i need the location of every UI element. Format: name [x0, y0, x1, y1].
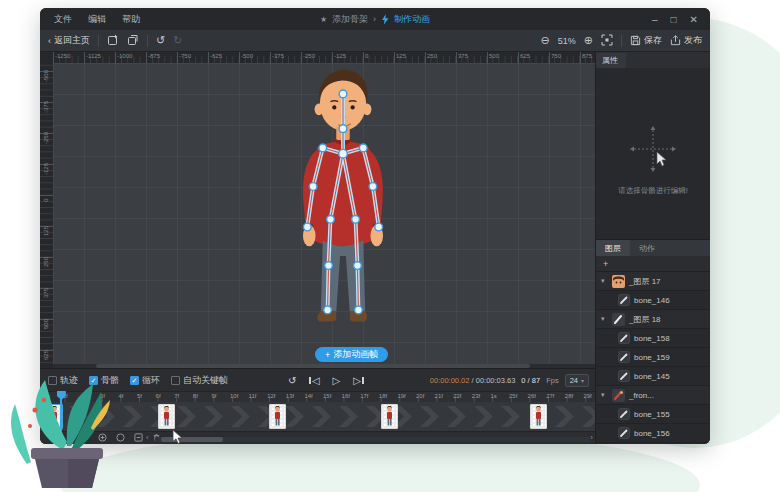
toolbar-divider: [98, 35, 99, 47]
bone-label: bone_145: [634, 372, 670, 381]
bone-label: bone_156: [634, 429, 670, 438]
toolbar-right: ⊖ 51% ⊕ 保存 发布: [541, 34, 702, 48]
play-button[interactable]: ▷: [333, 375, 341, 386]
zoom-in-icon[interactable]: ⊕: [584, 34, 593, 47]
timeline-info: 00:00:00.02 / 00:00:03.63 0 / 87 Fps 24 …: [430, 374, 589, 387]
keyframe-card[interactable]: [381, 404, 398, 429]
bone-row[interactable]: bone_144: [596, 443, 710, 444]
checkbox[interactable]: [171, 376, 180, 385]
layer-group-row[interactable]: ▾_图层 17: [596, 272, 710, 291]
v-ruler-label: 625: [43, 340, 49, 364]
bone-icon: [618, 294, 630, 306]
frame-ruler-label: 11f: [249, 393, 257, 399]
scroll-right-icon[interactable]: ›: [590, 433, 593, 442]
frame-ruler-label: 8f: [193, 393, 198, 399]
copy-frame-icon[interactable]: [127, 34, 139, 48]
minimize-button[interactable]: –: [652, 14, 658, 25]
frame-ruler-label: 20f: [416, 393, 424, 399]
tab-actions[interactable]: 动作: [630, 240, 664, 256]
next-frame-icon: ▷: [353, 375, 361, 386]
frame-ruler-label: 18f: [379, 393, 387, 399]
h-ruler-label: 500: [489, 53, 499, 59]
h-ruler-label: 125: [396, 53, 406, 59]
fps-label: Fps: [546, 376, 559, 385]
layer-label: _图层 18: [629, 314, 661, 325]
v-ruler-label: 125: [43, 216, 49, 246]
keyframe-card[interactable]: [158, 404, 175, 429]
publish-button[interactable]: 发布: [670, 34, 702, 47]
character-figure[interactable]: [278, 65, 408, 335]
cursor-arrow-icon: [657, 152, 666, 166]
frame-ruler-label: 22f: [453, 393, 461, 399]
replay-icon[interactable]: ↺: [288, 375, 296, 386]
timeline-scrollbar-thumb[interactable]: [161, 437, 223, 442]
plus-icon: +: [325, 350, 330, 360]
tab-properties[interactable]: 属性: [596, 53, 626, 68]
h-ruler-label: 375: [458, 53, 468, 59]
bone-row[interactable]: bone_156: [596, 424, 710, 443]
breadcrumb-make-animation[interactable]: 制作动画: [394, 13, 430, 26]
h-ruler-label: -125: [334, 53, 346, 59]
back-home-button[interactable]: ‹ 返回主页: [48, 34, 90, 47]
bone-label: bone_155: [634, 410, 670, 419]
stage-canvas[interactable]: + 添加动画帧: [53, 63, 595, 364]
h-ruler-label: -500: [241, 53, 253, 59]
toolbar: ‹ 返回主页 ↺ ↻ ⊖ 51% ⊕ 保存 发布: [40, 30, 710, 52]
layer-group-row[interactable]: ▾_图层 18: [596, 310, 710, 329]
save-icon: [630, 35, 641, 46]
bone-row[interactable]: bone_155: [596, 405, 710, 424]
frame-ruler-label: 28f: [565, 393, 573, 399]
h-ruler-label: 875: [582, 53, 592, 59]
frame-ruler-label: 27f: [546, 393, 554, 399]
keyframe-card[interactable]: [269, 404, 286, 429]
menu-edit[interactable]: 编辑: [88, 13, 106, 26]
toggle-off[interactable]: 自动关键帧: [171, 374, 228, 387]
breadcrumb-add-skeleton[interactable]: 添加骨架: [332, 13, 368, 26]
add-layer-button[interactable]: +: [603, 259, 608, 269]
menu-help[interactable]: 帮助: [122, 13, 140, 26]
add-animation-frame-button[interactable]: + 添加动画帧: [315, 347, 388, 362]
bone-label: bone_158: [634, 334, 670, 343]
new-frame-icon[interactable]: [107, 34, 119, 48]
save-button[interactable]: 保存: [630, 34, 662, 47]
bone-row[interactable]: bone_146: [596, 291, 710, 310]
fps-value: 24: [570, 376, 578, 385]
layer-group-row[interactable]: ▾_fron...: [596, 386, 710, 405]
keyframe-card[interactable]: [530, 404, 547, 429]
timecode-current: 00:00:00.02: [430, 376, 470, 385]
fps-dropdown[interactable]: 24 ▾: [565, 374, 589, 387]
bone-row[interactable]: bone_145: [596, 367, 710, 386]
next-bar-icon: [362, 377, 364, 384]
menu-file[interactable]: 文件: [54, 13, 72, 26]
tab-layers[interactable]: 图层: [596, 240, 630, 256]
bone-row[interactable]: bone_158: [596, 329, 710, 348]
previous-frame-button[interactable]: ◁: [309, 375, 319, 386]
fit-screen-icon[interactable]: [601, 34, 613, 48]
app-window: 文件 编辑 帮助 ★ 添加骨架 › 制作动画 – □ ✕ ‹ 返回主页: [40, 8, 710, 444]
close-button[interactable]: ✕: [690, 14, 698, 25]
maximize-button[interactable]: □: [671, 14, 677, 25]
caret-down-icon[interactable]: ▾: [601, 315, 608, 323]
bone-label: bone_159: [634, 353, 670, 362]
v-ruler-label: -500: [43, 63, 49, 91]
redo-icon[interactable]: ↻: [173, 34, 182, 47]
frame-ruler-label: 6f: [156, 393, 161, 399]
content-row: -1250-1125-1000-875-750-625-500-375-250-…: [40, 52, 710, 444]
playback-controls: ↺ ◁ ▷ ▷: [288, 375, 364, 386]
caret-down-icon[interactable]: ▾: [601, 277, 608, 285]
timecode-separator: /: [472, 376, 474, 385]
scroll-left-icon[interactable]: ‹: [146, 433, 149, 442]
undo-icon[interactable]: ↺: [156, 34, 165, 47]
page-background: 文件 编辑 帮助 ★ 添加骨架 › 制作动画 – □ ✕ ‹ 返回主页: [0, 0, 780, 492]
caret-down-icon[interactable]: ▾: [601, 391, 608, 399]
v-ruler-label: 250: [43, 247, 49, 277]
timeline-scrollbar[interactable]: [155, 437, 590, 442]
zoom-out-icon[interactable]: ⊖: [541, 34, 550, 47]
zoom-level: 51%: [558, 36, 576, 46]
timecode-total: 00:00:03.63: [476, 376, 516, 385]
bone-row[interactable]: bone_159: [596, 348, 710, 367]
vertical-ruler: -500-375-250-1250125250375500625: [40, 63, 53, 364]
skeleton-step-icon: ★: [320, 15, 327, 24]
next-frame-button[interactable]: ▷: [353, 375, 363, 386]
mouse-cursor: [172, 430, 183, 445]
